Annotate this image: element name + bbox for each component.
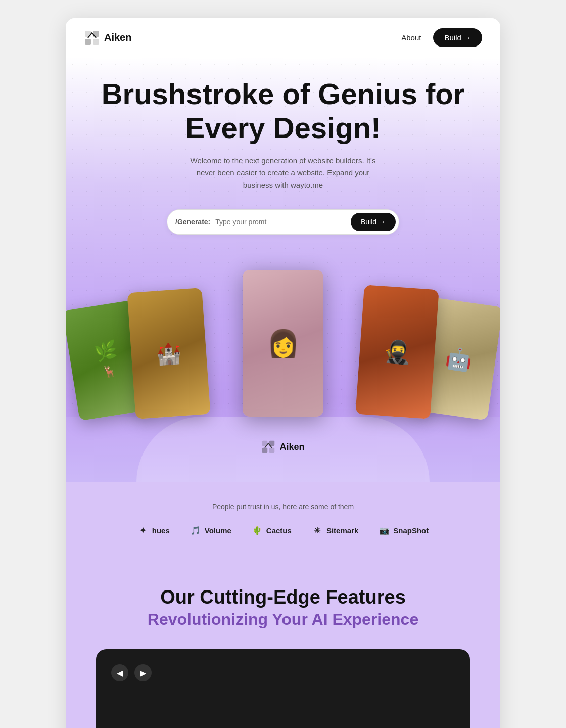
sitemark-label: Sitemark bbox=[326, 526, 358, 535]
volume-icon: 🎵 bbox=[190, 525, 201, 536]
logo-center-text: Aiken bbox=[279, 442, 304, 452]
svg-rect-6 bbox=[262, 448, 268, 453]
svg-rect-2 bbox=[85, 39, 91, 45]
hero-subtitle: Welcome to the next generation of websit… bbox=[182, 155, 384, 191]
features-section: Our Cutting-Edge Features Revolutionizin… bbox=[66, 561, 500, 728]
snapshot-icon: 📷 bbox=[379, 525, 390, 536]
hues-label: hues bbox=[152, 526, 170, 535]
about-link[interactable]: About bbox=[401, 33, 421, 42]
page-wrapper: Aiken About Build → Brushstroke of Geniu… bbox=[66, 18, 500, 728]
arc-section: Aiken bbox=[66, 417, 500, 482]
svg-rect-7 bbox=[269, 448, 275, 453]
cactus-label: Cactus bbox=[266, 526, 292, 535]
logo-center-icon bbox=[261, 440, 275, 454]
logo-area: Aiken bbox=[84, 30, 131, 46]
volume-label: Volume bbox=[205, 526, 231, 535]
cactus-icon: 🌵 bbox=[252, 525, 263, 536]
navbar: Aiken About Build → bbox=[66, 18, 500, 57]
generate-input[interactable] bbox=[215, 218, 351, 226]
trust-logo-hues: ✦ hues bbox=[137, 525, 170, 536]
trust-logo-volume: 🎵 Volume bbox=[190, 525, 231, 536]
feature-card-icons: ◀ ▶ bbox=[111, 664, 455, 681]
features-subtitle: Revolutionizing Your AI Experience bbox=[96, 610, 470, 629]
hero-section: Brushstroke of Genius for Every Design! … bbox=[66, 57, 500, 482]
feature-icon-2: ▶ bbox=[134, 664, 152, 681]
generate-build-button[interactable]: Build → bbox=[351, 213, 396, 231]
generate-label: /Generate: bbox=[175, 218, 210, 226]
nav-build-button[interactable]: Build → bbox=[433, 28, 482, 47]
trust-logo-snapshot: 📷 SnapShot bbox=[379, 525, 429, 536]
cards-section: 🌿🦌 🏰 👩 🥷 🤖 bbox=[66, 260, 500, 417]
svg-rect-3 bbox=[93, 39, 99, 45]
logo-text: Aiken bbox=[104, 32, 131, 43]
art-card-3: 🥷 bbox=[355, 285, 439, 420]
trust-section: People put trust in us, here are some of… bbox=[66, 482, 500, 561]
trust-logo-cactus: 🌵 Cactus bbox=[252, 525, 292, 536]
trust-logo-sitemark: ✳ Sitemark bbox=[312, 525, 358, 536]
generate-bar: /Generate: Build → bbox=[167, 209, 399, 235]
snapshot-label: SnapShot bbox=[393, 526, 429, 535]
logo-center: Aiken bbox=[261, 440, 304, 454]
hues-icon: ✦ bbox=[137, 525, 149, 536]
art-card-2: 👩 bbox=[243, 270, 323, 417]
logo-icon bbox=[84, 30, 100, 46]
trust-label: People put trust in us, here are some of… bbox=[96, 503, 470, 511]
hero-title: Brushstroke of Genius for Every Design! bbox=[96, 77, 470, 145]
nav-right: About Build → bbox=[401, 28, 482, 47]
trust-logos: ✦ hues 🎵 Volume 🌵 Cactus ✳ Sitemark 📷 Sn… bbox=[96, 525, 470, 536]
sitemark-icon: ✳ bbox=[312, 525, 323, 536]
features-title: Our Cutting-Edge Features bbox=[96, 586, 470, 608]
arc-shape: Aiken bbox=[136, 417, 430, 482]
art-card-1: 🏰 bbox=[127, 288, 210, 420]
feature-card-large: ◀ ▶ bbox=[96, 649, 470, 728]
feature-icon-1: ◀ bbox=[111, 664, 128, 681]
